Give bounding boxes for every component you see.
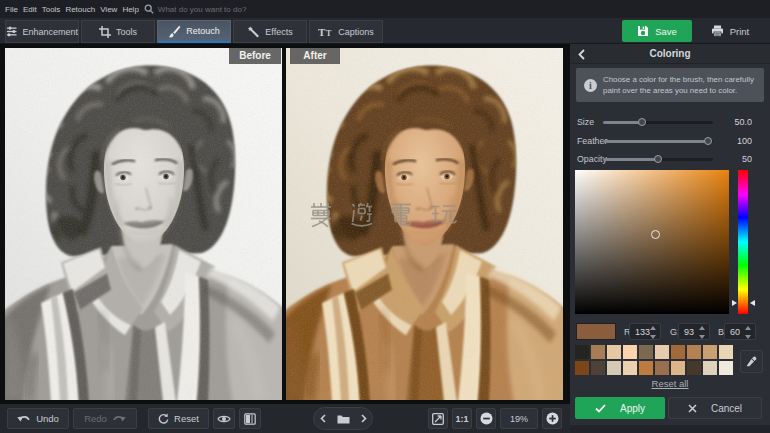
svg-text:T: T	[326, 29, 332, 37]
svg-text:T: T	[318, 26, 326, 37]
